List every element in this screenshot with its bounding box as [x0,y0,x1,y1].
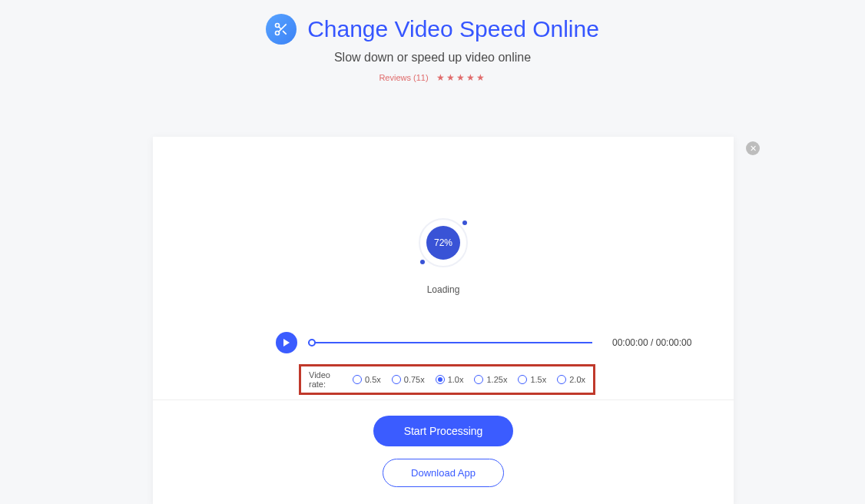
preview-area: 72% Loading 00:00:00 / 00:00:00 Video ra… [153,137,734,400]
rate-option-1.0x[interactable]: 1.0x [436,375,464,384]
rate-option-label: 0.75x [404,375,425,384]
page-header: Change Video Speed Online Slow down or s… [0,0,865,84]
rate-option-1.5x[interactable]: 1.5x [518,375,546,384]
rate-option-0.5x[interactable]: 0.5x [353,375,381,384]
rate-option-label: 0.5x [365,375,381,384]
page-title: Change Video Speed Online [307,16,599,42]
svg-line-3 [283,31,287,35]
scissors-icon [266,14,297,45]
reviews-link[interactable]: Reviews (11) [379,73,428,82]
start-processing-button[interactable]: Start Processing [373,416,514,446]
loading-label: Loading [427,284,460,295]
rate-options: 0.5x0.75x1.0x1.25x1.5x2.0x [353,375,585,384]
svg-point-1 [276,32,280,35]
radio-icon [474,375,483,384]
svg-line-4 [279,27,281,29]
seek-handle[interactable] [308,339,316,346]
editor-panel: ✕ 72% Loading 00:00:00 / 00:00:00 Video … [153,137,734,504]
rate-option-1.25x[interactable]: 1.25x [474,375,507,384]
rate-label: Video rate: [309,370,342,389]
seek-slider[interactable] [308,342,592,343]
play-button[interactable] [276,332,297,353]
rate-option-0.75x[interactable]: 0.75x [392,375,425,384]
action-bar: Start Processing Download App [153,400,734,504]
time-display: 00:00:00 / 00:00:00 [612,337,691,348]
reviews-row: Reviews (11) ★★★★★ [379,72,486,83]
progress-percent: 72% [426,226,460,260]
download-app-button[interactable]: Download App [383,459,504,487]
radio-icon [518,375,527,384]
svg-marker-5 [283,339,290,346]
video-rate-highlight: Video rate: 0.5x0.75x1.0x1.25x1.5x2.0x [299,364,595,395]
rate-option-2.0x[interactable]: 2.0x [557,375,585,384]
player-controls: 00:00:00 / 00:00:00 [276,332,715,353]
svg-point-0 [276,24,280,28]
close-icon[interactable]: ✕ [746,141,760,155]
rate-option-label: 1.0x [448,375,464,384]
brand-row: Change Video Speed Online [266,14,599,45]
rate-option-label: 1.5x [530,375,546,384]
radio-icon [557,375,566,384]
rate-option-label: 2.0x [569,375,585,384]
rate-option-label: 1.25x [486,375,507,384]
loading-spinner: 72% [419,218,468,267]
page-subtitle: Slow down or speed up video online [0,51,865,65]
radio-icon [436,375,445,384]
radio-icon [353,375,362,384]
star-rating-icon: ★★★★★ [436,72,486,83]
radio-icon [392,375,401,384]
